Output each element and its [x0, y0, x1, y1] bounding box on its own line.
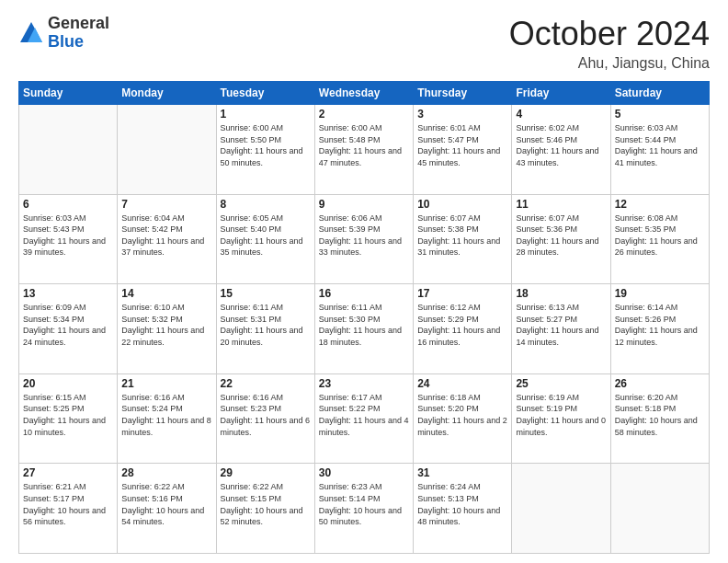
day-info: Sunrise: 6:06 AM Sunset: 5:39 PM Dayligh… [319, 213, 409, 259]
day-info: Sunrise: 6:11 AM Sunset: 5:30 PM Dayligh… [319, 302, 409, 348]
day-info: Sunrise: 6:22 AM Sunset: 5:15 PM Dayligh… [221, 481, 311, 527]
day-info: Sunrise: 6:23 AM Sunset: 5:14 PM Dayligh… [319, 481, 409, 527]
day-info: Sunrise: 6:01 AM Sunset: 5:47 PM Dayligh… [417, 122, 507, 168]
day-info: Sunrise: 6:16 AM Sunset: 5:24 PM Dayligh… [121, 392, 211, 438]
calendar-cell: 16Sunrise: 6:11 AM Sunset: 5:30 PM Dayli… [314, 284, 413, 374]
day-info: Sunrise: 6:24 AM Sunset: 5:13 PM Dayligh… [417, 481, 507, 527]
day-number: 14 [121, 287, 211, 300]
weekday-header-cell: Tuesday [216, 82, 314, 105]
calendar-cell: 8Sunrise: 6:05 AM Sunset: 5:40 PM Daylig… [216, 194, 314, 284]
calendar-week-row: 6Sunrise: 6:03 AM Sunset: 5:43 PM Daylig… [19, 194, 710, 284]
calendar-cell: 20Sunrise: 6:15 AM Sunset: 5:25 PM Dayli… [19, 373, 118, 464]
day-number: 25 [516, 377, 606, 390]
day-number: 2 [319, 108, 409, 121]
day-number: 23 [319, 377, 409, 390]
calendar-cell [512, 464, 610, 554]
calendar-week-row: 20Sunrise: 6:15 AM Sunset: 5:25 PM Dayli… [19, 373, 710, 464]
calendar-cell: 19Sunrise: 6:14 AM Sunset: 5:26 PM Dayli… [610, 284, 709, 374]
day-number: 24 [417, 377, 507, 390]
logo-blue: Blue [48, 32, 84, 51]
calendar-cell: 7Sunrise: 6:04 AM Sunset: 5:42 PM Daylig… [118, 194, 216, 284]
day-number: 4 [516, 108, 606, 121]
calendar-week-row: 13Sunrise: 6:09 AM Sunset: 5:34 PM Dayli… [19, 284, 710, 374]
day-info: Sunrise: 6:10 AM Sunset: 5:32 PM Dayligh… [121, 302, 211, 348]
calendar-cell [118, 105, 216, 195]
calendar-cell [19, 105, 118, 195]
calendar-cell: 2Sunrise: 6:00 AM Sunset: 5:48 PM Daylig… [314, 105, 413, 195]
calendar-week-row: 1Sunrise: 6:00 AM Sunset: 5:50 PM Daylig… [19, 105, 710, 195]
day-number: 21 [121, 377, 211, 390]
day-number: 3 [417, 108, 507, 121]
day-number: 9 [319, 198, 409, 211]
weekday-header-cell: Wednesday [314, 82, 413, 105]
day-info: Sunrise: 6:12 AM Sunset: 5:29 PM Dayligh… [417, 302, 507, 348]
logo-icon [18, 20, 44, 46]
calendar-cell: 12Sunrise: 6:08 AM Sunset: 5:35 PM Dayli… [610, 194, 709, 284]
calendar-cell: 9Sunrise: 6:06 AM Sunset: 5:39 PM Daylig… [314, 194, 413, 284]
calendar-cell: 24Sunrise: 6:18 AM Sunset: 5:20 PM Dayli… [414, 373, 512, 464]
calendar-cell: 23Sunrise: 6:17 AM Sunset: 5:22 PM Dayli… [314, 373, 413, 464]
logo-text: General Blue [48, 15, 109, 52]
calendar-table: SundayMondayTuesdayWednesdayThursdayFrid… [18, 81, 710, 554]
day-info: Sunrise: 6:14 AM Sunset: 5:26 PM Dayligh… [615, 302, 705, 348]
calendar-cell: 14Sunrise: 6:10 AM Sunset: 5:32 PM Dayli… [118, 284, 216, 374]
calendar-cell: 26Sunrise: 6:20 AM Sunset: 5:18 PM Dayli… [610, 373, 709, 464]
day-info: Sunrise: 6:09 AM Sunset: 5:34 PM Dayligh… [23, 302, 113, 348]
weekday-header-cell: Thursday [414, 82, 512, 105]
day-number: 29 [221, 466, 311, 479]
day-number: 15 [221, 287, 311, 300]
day-number: 17 [417, 287, 507, 300]
day-info: Sunrise: 6:08 AM Sunset: 5:35 PM Dayligh… [615, 213, 705, 259]
day-info: Sunrise: 6:15 AM Sunset: 5:25 PM Dayligh… [23, 392, 113, 438]
calendar-cell: 21Sunrise: 6:16 AM Sunset: 5:24 PM Dayli… [118, 373, 216, 464]
day-number: 1 [221, 108, 311, 121]
calendar-cell: 10Sunrise: 6:07 AM Sunset: 5:38 PM Dayli… [414, 194, 512, 284]
day-number: 19 [615, 287, 705, 300]
day-number: 7 [121, 198, 211, 211]
day-info: Sunrise: 6:05 AM Sunset: 5:40 PM Dayligh… [221, 213, 311, 259]
day-info: Sunrise: 6:19 AM Sunset: 5:19 PM Dayligh… [516, 392, 606, 438]
calendar-cell: 18Sunrise: 6:13 AM Sunset: 5:27 PM Dayli… [512, 284, 610, 374]
calendar-cell: 17Sunrise: 6:12 AM Sunset: 5:29 PM Dayli… [414, 284, 512, 374]
calendar-cell [610, 464, 709, 554]
calendar-cell: 5Sunrise: 6:03 AM Sunset: 5:44 PM Daylig… [610, 105, 709, 195]
weekday-header-cell: Sunday [19, 82, 118, 105]
day-number: 18 [516, 287, 606, 300]
weekday-header-cell: Friday [512, 82, 610, 105]
calendar-cell: 11Sunrise: 6:07 AM Sunset: 5:36 PM Dayli… [512, 194, 610, 284]
calendar-cell: 13Sunrise: 6:09 AM Sunset: 5:34 PM Dayli… [19, 284, 118, 374]
day-number: 20 [23, 377, 113, 390]
day-number: 8 [221, 198, 311, 211]
day-number: 11 [516, 198, 606, 211]
calendar-cell: 15Sunrise: 6:11 AM Sunset: 5:31 PM Dayli… [216, 284, 314, 374]
calendar-cell: 1Sunrise: 6:00 AM Sunset: 5:50 PM Daylig… [216, 105, 314, 195]
day-info: Sunrise: 6:04 AM Sunset: 5:42 PM Dayligh… [121, 213, 211, 259]
calendar-body: 1Sunrise: 6:00 AM Sunset: 5:50 PM Daylig… [19, 105, 710, 554]
day-info: Sunrise: 6:02 AM Sunset: 5:46 PM Dayligh… [516, 122, 606, 168]
calendar-cell: 3Sunrise: 6:01 AM Sunset: 5:47 PM Daylig… [414, 105, 512, 195]
calendar-cell: 25Sunrise: 6:19 AM Sunset: 5:19 PM Dayli… [512, 373, 610, 464]
day-number: 30 [319, 466, 409, 479]
location-title: Ahu, Jiangsu, China [509, 55, 710, 72]
day-info: Sunrise: 6:00 AM Sunset: 5:48 PM Dayligh… [319, 122, 409, 168]
calendar-cell: 28Sunrise: 6:22 AM Sunset: 5:16 PM Dayli… [118, 464, 216, 554]
month-title: October 2024 [509, 15, 710, 53]
day-info: Sunrise: 6:13 AM Sunset: 5:27 PM Dayligh… [516, 302, 606, 348]
calendar-cell: 30Sunrise: 6:23 AM Sunset: 5:14 PM Dayli… [314, 464, 413, 554]
day-info: Sunrise: 6:03 AM Sunset: 5:44 PM Dayligh… [615, 122, 705, 168]
day-number: 13 [23, 287, 113, 300]
day-info: Sunrise: 6:17 AM Sunset: 5:22 PM Dayligh… [319, 392, 409, 438]
day-number: 16 [319, 287, 409, 300]
logo-general: General [48, 14, 109, 32]
calendar-week-row: 27Sunrise: 6:21 AM Sunset: 5:17 PM Dayli… [19, 464, 710, 554]
day-number: 27 [23, 466, 113, 479]
logo: General Blue [18, 15, 109, 52]
day-number: 26 [615, 377, 705, 390]
day-info: Sunrise: 6:22 AM Sunset: 5:16 PM Dayligh… [121, 481, 211, 527]
header: General Blue October 2024 Ahu, Jiangsu, … [18, 15, 710, 72]
calendar-cell: 4Sunrise: 6:02 AM Sunset: 5:46 PM Daylig… [512, 105, 610, 195]
day-info: Sunrise: 6:00 AM Sunset: 5:50 PM Dayligh… [221, 122, 311, 168]
calendar-cell: 27Sunrise: 6:21 AM Sunset: 5:17 PM Dayli… [19, 464, 118, 554]
day-info: Sunrise: 6:20 AM Sunset: 5:18 PM Dayligh… [615, 392, 705, 438]
calendar-cell: 29Sunrise: 6:22 AM Sunset: 5:15 PM Dayli… [216, 464, 314, 554]
